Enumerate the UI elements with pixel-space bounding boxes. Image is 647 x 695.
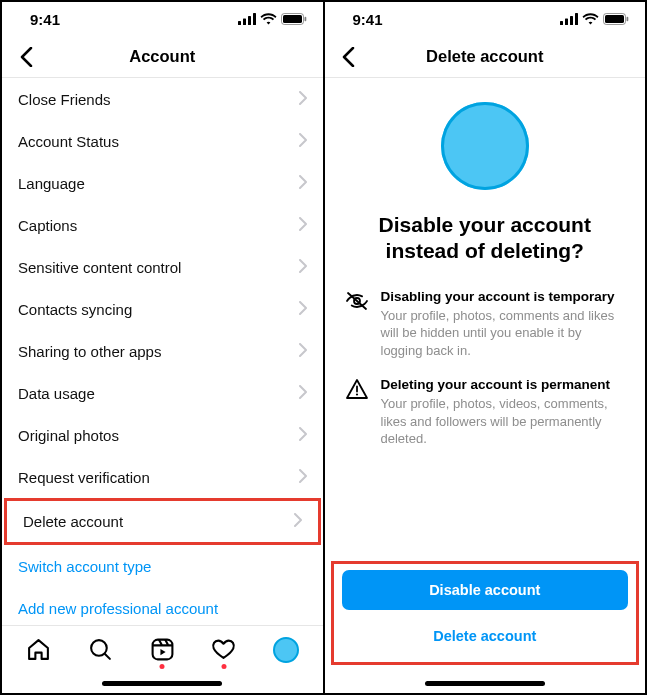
row-label: Contacts syncing	[18, 301, 132, 318]
settings-link[interactable]: Add new professional account	[2, 587, 323, 625]
settings-row[interactable]: Language	[2, 162, 323, 204]
content-area: Disable your account instead of deleting…	[325, 78, 646, 561]
status-icons	[238, 13, 307, 25]
row-label: Data usage	[18, 385, 95, 402]
chevron-right-icon	[299, 385, 307, 402]
row-label: Request verification	[18, 469, 150, 486]
info-disable: Disabling your account is temporary Your…	[345, 289, 626, 360]
settings-row[interactable]: Captions	[2, 204, 323, 246]
status-bar: 9:41	[325, 2, 646, 36]
home-indicator	[2, 673, 323, 693]
page-title: Account	[2, 47, 323, 66]
settings-list: Close FriendsAccount StatusLanguageCapti…	[2, 78, 323, 625]
settings-row[interactable]: Original photos	[2, 414, 323, 456]
heading: Disable your account instead of deleting…	[345, 212, 626, 265]
home-icon	[26, 637, 51, 662]
info-title: Disabling your account is temporary	[381, 289, 626, 304]
profile-tab[interactable]	[271, 635, 301, 665]
chevron-right-icon	[299, 343, 307, 360]
chevron-right-icon	[299, 217, 307, 234]
disable-account-button[interactable]: Disable account	[342, 570, 629, 610]
chevron-right-icon	[299, 427, 307, 444]
delete-account-button[interactable]: Delete account	[342, 618, 629, 654]
svg-rect-16	[627, 17, 629, 21]
wifi-icon	[582, 13, 599, 25]
notification-dot	[221, 664, 226, 669]
status-time: 9:41	[353, 11, 383, 28]
chevron-left-icon	[342, 47, 355, 67]
delete-account-screen: 9:41 Delete account Disable your account…	[325, 2, 646, 693]
chevron-right-icon	[299, 301, 307, 318]
svg-rect-6	[304, 17, 306, 21]
reels-icon	[150, 637, 175, 662]
settings-row[interactable]: Account Status	[2, 120, 323, 162]
account-settings-screen: 9:41 Account Close FriendsAccount Status…	[2, 2, 325, 693]
svg-rect-8	[152, 640, 172, 660]
status-icons	[560, 13, 629, 25]
chevron-right-icon	[299, 469, 307, 486]
status-time: 9:41	[30, 11, 60, 28]
notification-dot	[160, 664, 165, 669]
page-title: Delete account	[325, 47, 646, 66]
signal-icon	[238, 13, 256, 25]
svg-rect-5	[283, 15, 302, 23]
warning-icon	[345, 378, 369, 448]
settings-row[interactable]: Sharing to other apps	[2, 330, 323, 372]
svg-rect-1	[243, 19, 246, 26]
reels-tab[interactable]	[147, 635, 177, 665]
link-label: Add new professional account	[18, 600, 218, 617]
chevron-right-icon	[299, 133, 307, 150]
link-label: Switch account type	[18, 558, 151, 575]
settings-row[interactable]: Contacts syncing	[2, 288, 323, 330]
action-buttons: Disable account Delete account	[331, 561, 640, 665]
svg-rect-3	[253, 13, 256, 25]
activity-tab[interactable]	[209, 635, 239, 665]
svg-rect-12	[570, 16, 573, 25]
avatar-icon	[273, 637, 299, 663]
back-button[interactable]	[12, 43, 40, 71]
settings-row[interactable]: Request verification	[2, 456, 323, 498]
svg-point-18	[355, 394, 357, 396]
signal-icon	[560, 13, 578, 25]
nav-bar: Account	[2, 36, 323, 78]
status-bar: 9:41	[2, 2, 323, 36]
row-label: Original photos	[18, 427, 119, 444]
back-button[interactable]	[335, 43, 363, 71]
settings-row[interactable]: Delete account	[4, 498, 321, 545]
chevron-left-icon	[20, 47, 33, 67]
info-title: Deleting your account is permanent	[381, 377, 626, 392]
search-tab[interactable]	[86, 635, 116, 665]
info-text: Your profile, photos, videos, comments, …	[381, 395, 626, 448]
avatar	[441, 102, 529, 190]
row-label: Sharing to other apps	[18, 343, 161, 360]
svg-rect-11	[565, 19, 568, 26]
home-tab[interactable]	[24, 635, 54, 665]
svg-rect-15	[605, 15, 624, 23]
chevron-right-icon	[299, 91, 307, 108]
settings-link[interactable]: Switch account type	[2, 545, 323, 587]
svg-point-9	[274, 638, 298, 662]
row-label: Account Status	[18, 133, 119, 150]
info-delete: Deleting your account is permanent Your …	[345, 377, 626, 448]
chevron-right-icon	[299, 259, 307, 276]
settings-row[interactable]: Sensitive content control	[2, 246, 323, 288]
svg-rect-2	[248, 16, 251, 25]
search-icon	[88, 637, 113, 662]
battery-icon	[603, 13, 629, 25]
eye-off-icon	[345, 290, 369, 360]
svg-rect-10	[560, 21, 563, 25]
svg-point-7	[91, 640, 107, 656]
wifi-icon	[260, 13, 277, 25]
row-label: Language	[18, 175, 85, 192]
settings-row[interactable]: Close Friends	[2, 78, 323, 120]
battery-icon	[281, 13, 307, 25]
svg-rect-0	[238, 21, 241, 25]
home-indicator	[325, 673, 646, 693]
settings-row[interactable]: Data usage	[2, 372, 323, 414]
chevron-right-icon	[294, 513, 302, 530]
row-label: Captions	[18, 217, 77, 234]
nav-bar: Delete account	[325, 36, 646, 78]
row-label: Sensitive content control	[18, 259, 181, 276]
row-label: Close Friends	[18, 91, 111, 108]
chevron-right-icon	[299, 175, 307, 192]
